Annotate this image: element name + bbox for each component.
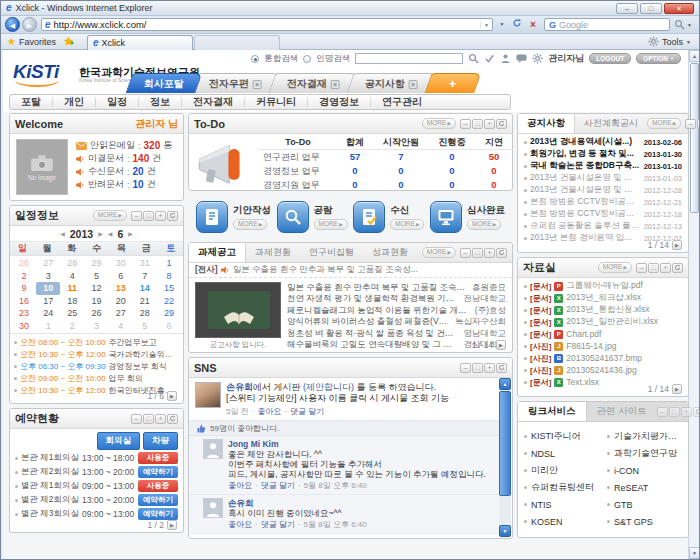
more-button[interactable]: MORE	[93, 210, 127, 221]
next-year-icon[interactable]: ▶	[98, 230, 103, 237]
add-icon[interactable]: +	[484, 363, 495, 373]
calendar-day[interactable]: 7	[133, 270, 157, 283]
minimize-icon[interactable]: –	[685, 119, 696, 129]
favorites-label[interactable]: Favorites	[19, 37, 56, 47]
calendar-day[interactable]: 28	[60, 257, 84, 270]
minimize-icon[interactable]: –	[131, 414, 142, 424]
calendar-day[interactable]: 3	[84, 320, 108, 333]
calendar-day[interactable]: 31	[133, 257, 157, 270]
main-tab[interactable]: 회사포탈	[125, 73, 202, 93]
subnav-item[interactable]: 정보	[139, 95, 181, 109]
todo-row-name[interactable]: 경영지원 업무	[259, 178, 337, 192]
quick-link[interactable]: 공람MORE	[277, 201, 348, 233]
browser-tab[interactable]: e Xclick	[87, 35, 193, 50]
calendar-day[interactable]: 4	[60, 270, 84, 283]
prev-month-icon[interactable]: ◀	[108, 230, 113, 237]
link-item[interactable]: KOSEN	[520, 513, 603, 530]
minimize-icon[interactable]: –	[131, 211, 142, 221]
event-row[interactable]: 오전 09:00 ~ 오전 10:00업무 회의	[14, 372, 179, 384]
main-tab[interactable]: 공지사항×	[346, 73, 436, 93]
notice-tab[interactable]: 사전계획공시	[575, 114, 647, 133]
calendar-day[interactable]: 13	[109, 282, 133, 295]
comment-meta-link[interactable]: 댓글 달기	[261, 519, 295, 530]
link-item[interactable]: GTB	[603, 496, 686, 513]
calendar-day[interactable]: 24	[36, 307, 60, 320]
main-tab[interactable]: 전자우편×	[190, 73, 280, 93]
browser-search-input[interactable]: G Google	[544, 18, 670, 31]
calendar-day[interactable]: 18	[60, 295, 84, 308]
project-row[interactable]: 청초성 벼 활용 적·광식 쌀 품종 육성 및 건강기능...영남대학교	[287, 328, 506, 340]
add-icon[interactable]: +	[484, 248, 495, 258]
calendar-day[interactable]: 1	[36, 320, 60, 333]
project-row[interactable]: 일본 수출용 흰수 만추며 복무 및 고품질 조숙성...흥원종묘	[287, 282, 506, 294]
links-tab[interactable]: 관련 사이트	[587, 402, 657, 421]
quick-link[interactable]: 기안작성MORE	[196, 201, 271, 233]
todo-row-name[interactable]: 경영정보 업무	[259, 164, 337, 178]
minimize-icon[interactable]: –	[460, 363, 471, 373]
subnav-item[interactable]: 개인	[53, 95, 95, 109]
scrollbar-thumb[interactable]	[690, 63, 699, 213]
status-badge[interactable]: 예약하기	[138, 466, 178, 478]
refresh-icon[interactable]	[496, 119, 507, 129]
link-item[interactable]: NDSL	[520, 445, 603, 462]
window-titlebar[interactable]: e Xclick - Windows Internet Explorer – □…	[1, 1, 699, 16]
calendar-day[interactable]: 10	[36, 282, 60, 295]
search-icon[interactable]	[674, 19, 685, 30]
notice-row[interactable]: 본점 방범용 CCTV정비공사...2012-12-18	[518, 208, 688, 220]
sns-scrollbar[interactable]: ▲ ▼	[499, 378, 511, 537]
links-tab[interactable]: 링크서비스	[518, 402, 587, 421]
scroll-down-icon[interactable]: ▼	[499, 525, 511, 537]
window-close-button[interactable]: ×	[664, 3, 694, 14]
chat-icon[interactable]	[516, 53, 527, 64]
project-tab[interactable]: 연구비집행	[300, 243, 363, 262]
subnav-item[interactable]: 경영정보	[308, 95, 370, 109]
minimize-icon[interactable]: –	[657, 407, 668, 417]
tab-close-icon[interactable]: ×	[409, 79, 418, 88]
notice-row[interactable]: 2013년 경내용역세(시설...)2013-02-06	[518, 136, 688, 148]
vehicle-button[interactable]: 차량	[143, 432, 178, 450]
todo-row-name[interactable]: 연구관리 업무	[259, 150, 337, 164]
more-button[interactable]: MORE	[422, 247, 456, 258]
project-tab[interactable]: 성과현황	[363, 243, 417, 262]
calendar-day[interactable]: 20	[109, 295, 133, 308]
link-item[interactable]: 과학기술연구망	[603, 445, 686, 462]
subnav-item[interactable]: 커뮤니티	[245, 95, 307, 109]
notice-row[interactable]: 회원가입, 변경 등 절차 및...2013-01-30	[518, 148, 688, 160]
calendar-day[interactable]: 2	[60, 320, 84, 333]
calendar-day[interactable]: 8	[157, 270, 181, 283]
add-icon[interactable]: +	[660, 263, 671, 273]
back-button[interactable]: ◀	[5, 17, 20, 32]
file-row[interactable]: [사진]JF8615-14.jpg	[518, 340, 688, 352]
restore-icon[interactable]: □	[143, 211, 154, 221]
notice-tab[interactable]: 공지사항	[518, 114, 575, 133]
restore-icon[interactable]: □	[472, 248, 483, 258]
file-row[interactable]: [사진]J201305241436.jpg	[518, 364, 688, 376]
project-row[interactable]: 양식어류의 바이러스성 출혈성 패혈증(VHS)에 대한...녹십자수산회	[287, 317, 506, 329]
more-button[interactable]: MORE	[314, 219, 348, 230]
comment-author[interactable]: 손유희	[228, 498, 493, 508]
forward-button[interactable]: ▶	[22, 17, 37, 32]
calendar-day[interactable]: 6	[157, 320, 181, 333]
search-icon[interactable]	[468, 53, 479, 64]
calendar-day[interactable]: 22	[157, 295, 181, 308]
add-icon[interactable]: +	[484, 119, 495, 129]
welcome-user-link[interactable]: 관리자 님	[135, 117, 178, 131]
quick-link[interactable]: 심사완료MORE	[430, 201, 505, 233]
restore-icon[interactable]: □	[472, 363, 483, 373]
window-minimize-button[interactable]: –	[616, 3, 638, 14]
meeting-room-button[interactable]: 회의실	[97, 432, 141, 450]
option-button[interactable]: OPTION▼	[636, 53, 681, 64]
search-dropdown-icon[interactable]: ▼	[687, 22, 692, 28]
link-item[interactable]: 미리안	[520, 462, 603, 479]
status-badge[interactable]: 예약하기	[138, 494, 178, 506]
notice-row[interactable]: 슈퍼컴 공동활용 솔루션 플러...2012-12-13	[518, 220, 688, 232]
add-favorite-icon[interactable]	[63, 36, 74, 47]
quick-link[interactable]: 수신MORE	[353, 201, 424, 233]
calendar-day[interactable]: 12	[84, 282, 108, 295]
event-row[interactable]: 오전 08:00 ~ 오전 10:00주간업무보고	[14, 336, 179, 348]
pager-next-icon[interactable]: ▶	[672, 240, 682, 250]
add-tab-button[interactable]: +	[424, 73, 481, 93]
calendar-day[interactable]: 4	[109, 320, 133, 333]
status-badge[interactable]: 예약하기	[138, 508, 178, 520]
calendar-day[interactable]: 9	[12, 282, 36, 295]
